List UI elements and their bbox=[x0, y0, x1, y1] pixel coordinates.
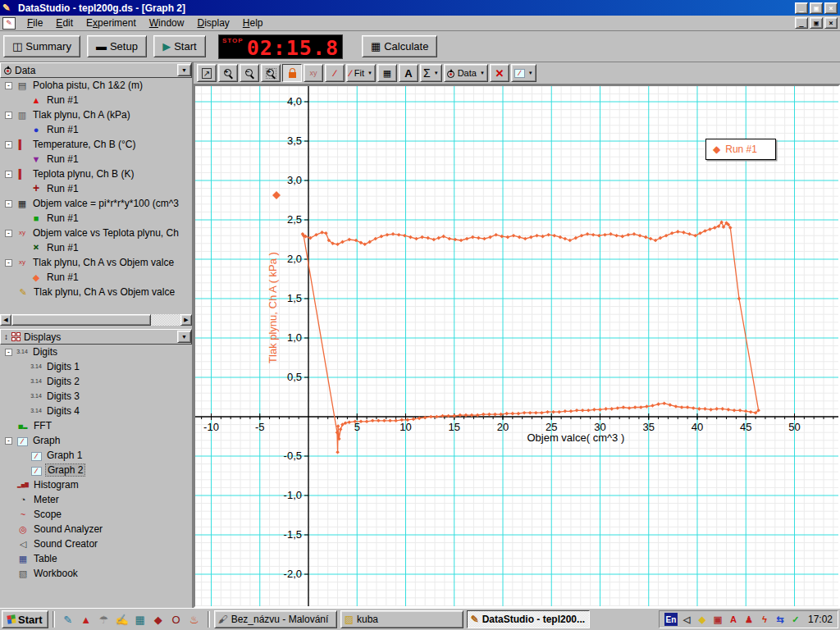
ati-icon[interactable]: A bbox=[727, 613, 740, 626]
menu-display[interactable]: Display bbox=[190, 16, 235, 30]
displays-panel-header[interactable]: ↕ Displays ▼ bbox=[0, 329, 192, 345]
data-tree-item[interactable]: +Run #1 bbox=[0, 181, 192, 196]
splitter-icon[interactable]: ↕ bbox=[4, 332, 8, 341]
graph-display[interactable]: -10-55101520253035404550-2,0-1,5-1,0-0,5… bbox=[194, 84, 840, 608]
displays-tree-item[interactable]: 3.14Digits 3 bbox=[0, 389, 192, 404]
xy-tool-button[interactable]: xy bbox=[304, 64, 323, 82]
scroll-thumb[interactable] bbox=[11, 314, 151, 326]
displays-tree-item[interactable]: 3.14Digits 4 bbox=[0, 404, 192, 418]
statistics-button[interactable]: Σ▼ bbox=[420, 64, 442, 82]
start-button[interactable]: ▶ Start bbox=[153, 35, 206, 57]
calculate-button[interactable]: ▦ Calculate bbox=[362, 35, 438, 57]
close-button[interactable]: × bbox=[824, 2, 838, 14]
displays-tree-item[interactable]: ▂▅▇Histogram bbox=[0, 477, 192, 492]
zoom-select-button[interactable]: + bbox=[261, 64, 281, 82]
text-tool-button[interactable]: A bbox=[399, 64, 418, 82]
displays-panel-dropdown[interactable]: ▼ bbox=[177, 331, 191, 343]
expand-collapse-box[interactable]: - bbox=[5, 349, 12, 356]
displays-tree-item[interactable]: ∕Graph 2 bbox=[0, 463, 192, 477]
grill-icon[interactable]: ♨ bbox=[185, 610, 203, 628]
data-tree-item[interactable]: ●Run #1 bbox=[0, 122, 192, 137]
sync-icon[interactable]: ⇆ bbox=[774, 613, 787, 626]
menu-help[interactable]: Help bbox=[236, 16, 270, 30]
displays-tree-item[interactable]: ▅▂FFT bbox=[0, 418, 192, 433]
scheduler-icon[interactable]: ▣ bbox=[711, 613, 724, 626]
lightning-icon[interactable]: ϟ bbox=[758, 613, 771, 626]
expand-collapse-box[interactable]: - bbox=[5, 82, 12, 89]
title-bar[interactable]: ✎ DataStudio - tepl200g.ds - [Graph 2] _… bbox=[0, 0, 840, 16]
expand-collapse-box[interactable]: - bbox=[5, 200, 12, 208]
task-button[interactable]: ✎DataStudio - tepl200... bbox=[467, 610, 590, 628]
data-tree-hscrollbar[interactable]: ◀ ▶ bbox=[0, 314, 192, 326]
show-desktop-icon[interactable]: ✎ bbox=[59, 610, 77, 628]
chart-canvas[interactable]: -10-55101520253035404550-2,0-1,5-1,0-0,5… bbox=[195, 86, 838, 606]
diamond-icon[interactable]: ◆ bbox=[696, 613, 709, 626]
figure-icon[interactable]: ♟ bbox=[742, 613, 756, 626]
data-tree-item[interactable]: ✎Tlak plynu, Ch A vs Objem valce bbox=[0, 285, 192, 299]
data-menu-button[interactable]: Data▼ bbox=[444, 64, 488, 82]
displays-tree-item[interactable]: 3.14Digits 1 bbox=[0, 359, 192, 374]
data-tree-item[interactable]: -▍Teplota plynu, Ch B (K) bbox=[0, 167, 192, 181]
menu-file[interactable]: File bbox=[21, 16, 49, 30]
displays-tree-item[interactable]: ◎Sound Analyzer bbox=[0, 522, 192, 536]
data-tree-item[interactable]: -▦Objem valce = pi*r*r*y*100 (cm^3 bbox=[0, 196, 192, 211]
data-tree-item[interactable]: ■Run #1 bbox=[0, 211, 192, 226]
setup-button[interactable]: ▬ Setup bbox=[87, 35, 147, 57]
data-tree-item[interactable]: -xyObjem valce vs Teplota plynu, Ch bbox=[0, 226, 192, 240]
displays-tree-item[interactable]: ~Scope bbox=[0, 507, 192, 522]
scroll-track[interactable] bbox=[151, 314, 180, 326]
scale-to-fit-button[interactable]: ↗ bbox=[197, 64, 217, 82]
child-restore-button[interactable]: ▣ bbox=[810, 17, 823, 29]
displays-tree-item[interactable]: ◁Sound Creator bbox=[0, 536, 192, 551]
restore-button[interactable]: ▣ bbox=[810, 2, 823, 14]
calculator-button[interactable]: ▦ bbox=[377, 64, 397, 82]
data-tree-item[interactable]: -▍Temperature, Ch B (°C) bbox=[0, 137, 192, 152]
zoom-out-button[interactable]: − bbox=[240, 64, 259, 82]
pen-icon[interactable]: ✓ bbox=[789, 613, 802, 626]
scroll-right-arrow[interactable]: ▶ bbox=[180, 314, 192, 326]
displays-tree-item[interactable]: ▦Table bbox=[0, 551, 192, 566]
summary-button[interactable]: ◫ Summary bbox=[3, 35, 80, 57]
data-tree-item[interactable]: -▤Poloha pistu, Ch 1&2 (m) bbox=[0, 78, 192, 93]
zoom-in-button[interactable]: + bbox=[218, 64, 238, 82]
displays-tree-item[interactable]: -∕Graph bbox=[0, 433, 192, 448]
expand-collapse-box[interactable]: - bbox=[5, 230, 12, 237]
expand-collapse-box[interactable]: - bbox=[5, 112, 12, 119]
menu-window[interactable]: Window bbox=[143, 16, 191, 30]
compose-icon[interactable]: ✍ bbox=[113, 610, 131, 628]
fit-menu-button[interactable]: ∕Fit▼ bbox=[346, 64, 376, 82]
dragon-icon[interactable]: ◆ bbox=[149, 610, 167, 628]
language-indicator[interactable]: En bbox=[664, 613, 678, 626]
displays-tree-item[interactable]: -3.14Digits bbox=[0, 345, 192, 359]
displays-tree-item[interactable]: ▧Workbook bbox=[0, 566, 192, 581]
data-panel-dropdown[interactable]: ▼ bbox=[177, 64, 191, 76]
data-tree-item[interactable]: ▼Run #1 bbox=[0, 152, 192, 167]
data-tree-item[interactable]: +Run #1 bbox=[0, 240, 192, 255]
minimize-button[interactable]: _ bbox=[795, 2, 808, 14]
smart-tool-button[interactable] bbox=[282, 64, 302, 82]
opera-icon[interactable]: O bbox=[167, 610, 185, 628]
graph-settings-button[interactable]: ∕▼ bbox=[511, 64, 536, 82]
expand-collapse-box[interactable]: - bbox=[5, 259, 12, 267]
volume-icon[interactable]: ◁ bbox=[680, 613, 693, 626]
task-button[interactable]: 🖌Bez_názvu - Malování bbox=[214, 610, 337, 628]
data-tree-item[interactable]: -xyTlak plynu, Ch A vs Objem valce bbox=[0, 255, 192, 270]
calculator-icon[interactable]: ▦ bbox=[131, 610, 149, 628]
data-panel-header[interactable]: Data ▼ bbox=[0, 62, 192, 78]
menu-experiment[interactable]: Experiment bbox=[80, 16, 143, 30]
scroll-left-arrow[interactable]: ◀ bbox=[0, 314, 11, 326]
legend[interactable]: ◆ Run #1 bbox=[705, 139, 776, 160]
menu-edit[interactable]: Edit bbox=[49, 16, 80, 30]
bird-icon[interactable]: ☂ bbox=[95, 610, 113, 628]
delete-button[interactable]: ✕ bbox=[490, 64, 509, 82]
displays-tree-item[interactable]: 3.14Digits 2 bbox=[0, 374, 192, 389]
expand-collapse-box[interactable]: - bbox=[5, 171, 12, 178]
acrobat-icon[interactable]: ▲ bbox=[77, 610, 95, 628]
child-minimize-button[interactable]: _ bbox=[795, 17, 808, 29]
start-menu-button[interactable]: Start bbox=[2, 610, 48, 628]
task-button[interactable]: ▨kuba bbox=[340, 610, 463, 628]
expand-collapse-box[interactable]: - bbox=[5, 437, 12, 445]
slope-tool-button[interactable]: ∕ bbox=[325, 64, 345, 82]
document-icon[interactable]: ✎ bbox=[2, 17, 16, 30]
expand-collapse-box[interactable]: - bbox=[5, 141, 12, 148]
